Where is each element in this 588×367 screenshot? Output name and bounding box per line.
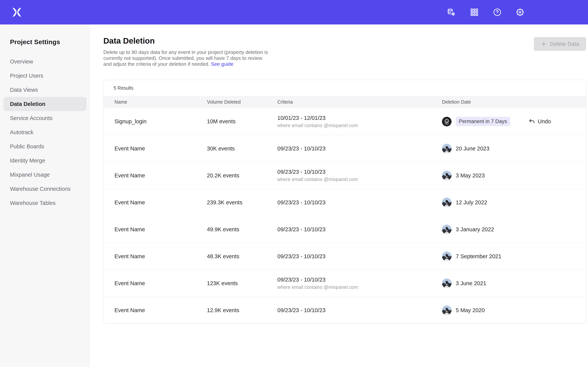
sidebar-item-warehouse-connections[interactable]: Warehouse Connections — [3, 182, 87, 196]
main-content: Data Deletion Delete up to 90 days data … — [90, 25, 588, 367]
sidebar-item-overview[interactable]: Overview — [3, 54, 87, 69]
row-criteria-filter: where email contains @mixpanel.com — [277, 177, 442, 182]
sidebar-item-warehouse-tables[interactable]: Warehouse Tables — [3, 196, 87, 210]
sidebar-item-project-users[interactable]: Project Users — [3, 69, 87, 83]
sidebar-item-service-accounts[interactable]: Service Accounts — [3, 111, 87, 125]
row-volume: 48.3K events — [207, 253, 277, 259]
person-photo-avatar — [442, 171, 451, 180]
row-name: Event Name — [114, 226, 207, 233]
row-volume: 30K events — [207, 145, 277, 152]
row-criteria-range: 09/23/23 - 10/10/23 — [277, 145, 442, 152]
sidebar-item-public-boards[interactable]: Public Boards — [3, 139, 87, 153]
table-row: Event Name 12.9K events 09/23/23 - 10/10… — [104, 297, 586, 323]
sidebar-item-label: Warehouse Tables — [10, 200, 56, 206]
nav-icon-group — [447, 8, 525, 17]
sidebar-item-label: Public Boards — [10, 143, 44, 150]
deletion-date-text: 7 September 2021 — [456, 253, 502, 259]
sidebar-item-mixpanel-usage[interactable]: Mixpanel Usage — [3, 168, 87, 182]
row-criteria: 09/23/23 - 10/10/23 where email contains… — [277, 277, 442, 290]
deletion-table-card: 5 Results Name Volume Deleted Criteria D… — [103, 80, 586, 323]
sidebar-title: Project Settings — [10, 38, 90, 46]
row-criteria: 09/23/23 - 10/10/23 — [277, 307, 442, 314]
row-volume: 49.9K events — [207, 226, 277, 233]
top-nav — [0, 0, 588, 25]
sidebar-item-identity-merge[interactable]: Identity Merge — [3, 153, 87, 168]
row-criteria-range: 09/23/23 - 10/10/23 — [277, 277, 442, 283]
table-row: Signup_login 10M events 10/01/23 - 12/01… — [104, 108, 586, 135]
row-name: Event Name — [114, 199, 207, 206]
row-criteria-range: 09/23/23 - 10/10/23 — [277, 253, 442, 259]
undo-button-label: Undo — [538, 118, 551, 125]
row-deletion-date: 5 May 2020 — [442, 305, 578, 315]
row-criteria: 09/23/23 - 10/10/23 — [277, 145, 442, 152]
page-title: Data Deletion — [103, 36, 155, 45]
row-volume: 123K events — [207, 280, 277, 286]
sidebar-item-label: Warehouse Connections — [10, 186, 71, 192]
sidebar-item-autotrack[interactable]: Autotrack — [3, 125, 87, 139]
help-icon[interactable] — [493, 8, 502, 17]
column-header-deletion-date: Deletion Date — [442, 99, 578, 105]
page-description: Delete up to 90 days data for any event … — [103, 49, 272, 67]
sidebar-item-label: Service Accounts — [10, 115, 52, 121]
sidebar-item-label: Data Views — [10, 87, 38, 93]
table-row: Event Name 239.3K events 09/23/23 - 10/1… — [104, 189, 586, 216]
mixpanel-logo[interactable] — [11, 6, 23, 18]
sidebar-item-label: Project Users — [10, 73, 43, 79]
row-volume: 12.9K events — [207, 307, 277, 314]
row-criteria-filter: where email contains @mixpanel.com — [277, 123, 442, 128]
sidebar-item-label: Overview — [10, 58, 33, 65]
row-criteria-filter: where email contains @mixpanel.com — [277, 284, 442, 290]
row-criteria-range: 09/23/23 - 10/10/23 — [277, 226, 442, 233]
sidebar-item-label: Identity Merge — [10, 158, 45, 164]
row-volume: 10M events — [207, 118, 277, 125]
row-criteria: 09/23/23 - 10/10/23 — [277, 226, 442, 233]
table-row: Event Name 48.3K events 09/23/23 - 10/10… — [104, 243, 586, 270]
row-deletion-date: 3 January 2022 — [442, 225, 578, 234]
deletion-date-text: 5 May 2020 — [456, 307, 485, 314]
delete-data-button[interactable]: Delete Data — [534, 37, 586, 51]
row-name: Event Name — [114, 280, 207, 286]
person-photo-avatar — [442, 225, 451, 234]
row-name: Event Name — [114, 253, 207, 259]
deletion-date-text: 12 July 2022 — [456, 199, 487, 206]
row-criteria-range: 09/23/23 - 10/10/23 — [277, 169, 442, 175]
results-count: 5 Results — [104, 80, 586, 96]
settings-gear-icon[interactable] — [516, 8, 525, 17]
row-deletion-date: 7 September 2021 — [442, 251, 578, 261]
row-criteria: 09/23/23 - 10/10/23 where email contains… — [277, 169, 442, 182]
row-deletion-date: 20 June 2023 — [442, 144, 578, 153]
sidebar-item-label: Mixpanel Usage — [10, 172, 50, 178]
table-row: Event Name 49.9K events 09/23/23 - 10/10… — [104, 216, 586, 243]
see-guide-link[interactable]: See guide — [211, 61, 233, 67]
table-row: Event Name 123K events 09/23/23 - 10/10/… — [104, 270, 586, 297]
apps-grid-icon[interactable] — [470, 8, 479, 17]
row-name: Signup_login — [114, 118, 207, 125]
sidebar-item-data-views[interactable]: Data Views — [3, 83, 87, 97]
row-deletion-date: 12 July 2022 — [442, 198, 578, 207]
undo-icon — [528, 118, 535, 125]
dark-illustration-avatar — [442, 117, 451, 126]
row-name: Event Name — [114, 307, 207, 314]
table-header: Name Volume Deleted Criteria Deletion Da… — [104, 96, 586, 108]
person-photo-avatar — [442, 144, 451, 153]
row-criteria: 09/23/23 - 10/10/23 — [277, 253, 442, 259]
row-criteria-range: 10/01/23 - 12/01/23 — [277, 115, 442, 121]
sidebar: Project Settings Overview Project Users … — [0, 25, 90, 367]
deletion-date-text: 20 June 2023 — [456, 145, 489, 152]
page-description-text: Delete up to 90 days data for any event … — [103, 49, 268, 67]
row-criteria-range: 09/23/23 - 10/10/23 — [277, 307, 442, 314]
sidebar-item-data-deletion[interactable]: Data Deletion — [3, 97, 87, 111]
column-header-volume: Volume Deleted — [207, 99, 277, 105]
data-management-icon[interactable] — [447, 8, 456, 17]
person-photo-avatar — [442, 278, 451, 288]
row-criteria: 10/01/23 - 12/01/23 where email contains… — [277, 115, 442, 128]
row-criteria-range: 09/23/23 - 10/10/23 — [277, 199, 442, 206]
status-badge: Permanent in 7 Days — [456, 117, 510, 126]
table-body: Signup_login 10M events 10/01/23 - 12/01… — [104, 108, 586, 323]
table-row: Event Name 20.2K events 09/23/23 - 10/10… — [104, 162, 586, 189]
sidebar-item-label: Autotrack — [10, 129, 34, 135]
row-deletion-date: 3 May 2023 — [442, 171, 578, 180]
row-deletion-date: 3 June 2021 — [442, 278, 578, 288]
undo-button[interactable]: Undo — [528, 118, 551, 125]
deletion-date-text: 3 May 2023 — [456, 172, 485, 179]
